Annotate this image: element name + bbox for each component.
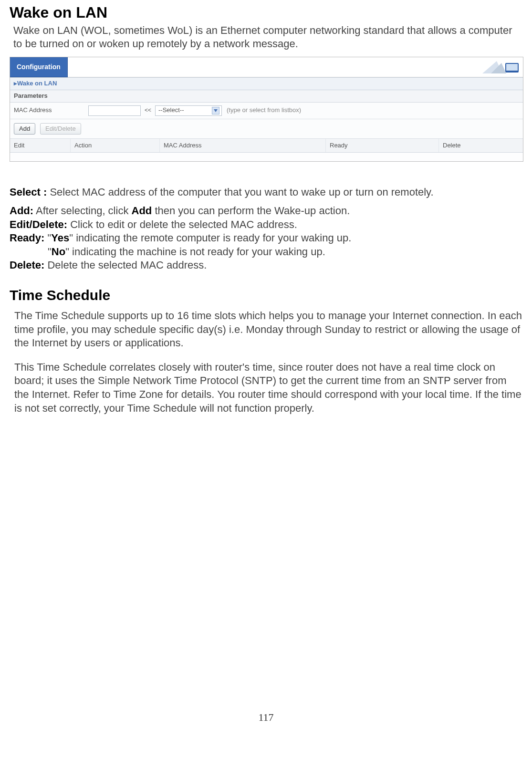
- col-action: Action: [71, 139, 160, 153]
- def-ready-no-post: " indicating the machine is not ready fo…: [65, 246, 325, 258]
- col-mac: MAC Address: [160, 139, 326, 153]
- wol-heading: Wake on LAN: [10, 3, 522, 23]
- mac-row: MAC Address << --Select-- (type or selec…: [10, 103, 523, 119]
- config-panel: Configuration ▸Wake on LAN Parameters MA…: [10, 57, 523, 162]
- timeschedule-para2: This Time Schedule correlates closely wi…: [14, 361, 522, 415]
- insert-chevron-icon[interactable]: <<: [144, 107, 152, 114]
- def-add-text2: then you can perform the Wake-up action.: [152, 205, 350, 217]
- timeschedule-para1: The Time Schedule supports up to 16 time…: [14, 309, 522, 350]
- button-row: Add Edit/Delete: [10, 119, 523, 139]
- def-ready-label: Ready:: [10, 232, 44, 244]
- page-number: 117: [10, 711, 522, 725]
- def-ready-no: No: [52, 246, 65, 258]
- def-ready-yes-pre: ": [44, 232, 51, 244]
- svg-rect-1: [506, 64, 518, 71]
- def-editdelete-label: Edit/Delete:: [10, 218, 67, 230]
- col-delete: Delete: [439, 139, 523, 153]
- def-add: Add: After selecting, click Add then you…: [10, 204, 522, 218]
- def-editdelete-text: Click to edit or delete the selected MAC…: [67, 218, 297, 230]
- def-select-text: Select MAC address of the computer that …: [47, 186, 433, 198]
- svg-marker-4: [214, 109, 218, 112]
- mac-select[interactable]: --Select--: [155, 105, 222, 116]
- def-ready-no: "No" indicating the machine is not ready…: [48, 245, 522, 259]
- table-header: Edit Action MAC Address Ready Delete: [10, 139, 523, 153]
- def-add-text: After selecting, click: [33, 205, 131, 217]
- def-add-label: Add:: [10, 205, 33, 217]
- col-ready: Ready: [326, 139, 439, 153]
- def-ready-yes: Ready: "Yes" indicating the remote compu…: [10, 231, 522, 245]
- config-header: Configuration: [10, 57, 523, 77]
- def-ready-yes-post: " indicating the remote computer is read…: [69, 232, 351, 244]
- mac-label: MAC Address: [14, 106, 85, 114]
- def-delete-label: Delete:: [10, 259, 44, 271]
- def-add-bold: Add: [132, 205, 152, 217]
- col-edit: Edit: [10, 139, 71, 153]
- section-title: ▸Wake on LAN: [10, 77, 523, 90]
- select-hint: (type or select from listbox): [227, 106, 301, 114]
- chevron-down-icon: [212, 107, 219, 114]
- timeschedule-heading: Time Schedule: [10, 286, 522, 304]
- def-select-label: Select :: [10, 186, 47, 198]
- definitions: Select : Select MAC address of the compu…: [10, 186, 522, 272]
- def-editdelete: Edit/Delete: Click to edit or delete the…: [10, 218, 522, 232]
- def-delete: Delete: Delete the selected MAC address.: [10, 259, 522, 272]
- subsection-title: Parameters: [10, 90, 523, 103]
- def-ready-no-pre: ": [48, 246, 52, 258]
- def-delete-text: Delete the selected MAC address.: [44, 259, 207, 271]
- add-button[interactable]: Add: [14, 123, 35, 135]
- def-select: Select : Select MAC address of the compu…: [10, 186, 522, 199]
- config-tab[interactable]: Configuration: [10, 57, 68, 77]
- edit-delete-button[interactable]: Edit/Delete: [40, 123, 81, 135]
- def-ready-yes: Yes: [51, 232, 69, 244]
- table-body-empty: [10, 153, 523, 161]
- header-art-icon: [478, 57, 523, 77]
- select-value: --Select--: [158, 106, 184, 114]
- mac-input[interactable]: [88, 105, 141, 116]
- wol-intro: Wake on LAN (WOL, sometimes WoL) is an E…: [13, 24, 522, 51]
- header-spacer: [68, 57, 478, 77]
